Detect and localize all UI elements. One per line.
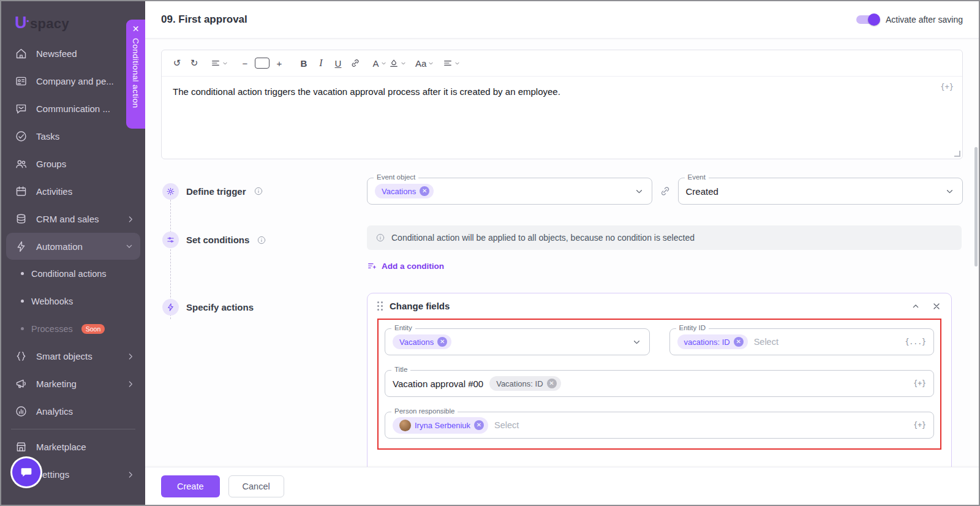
conditions-info-text: Conditional action will be applied to al… [391,233,695,243]
title-field[interactable]: Title Vacation approval #00 Vacations: I… [385,370,934,397]
insert-variable-token[interactable]: {+} [913,421,926,429]
insert-variable-token[interactable]: {+} [913,379,926,388]
title-value: Vacation approval #00 [393,379,483,389]
step-icon-circle [162,183,179,200]
event-object-chip: Vacations ✕ [375,184,434,198]
marketing-icon [15,377,28,390]
sidebar-item-webhooks[interactable]: Webhooks [1,287,145,315]
event-value: Created [686,186,718,197]
collapse-icon[interactable] [911,301,921,311]
sidebar-item-company[interactable]: Company and pe... [1,67,145,95]
text-align-button[interactable] [443,55,461,71]
entity-id-select[interactable]: Entity ID vacations: ID ✕ Select {...} [669,328,935,355]
page-title: 09. First approval [161,13,247,26]
link-icon [350,58,360,68]
uspacy-logo[interactable]: U.spacy [1,1,145,40]
editor-textarea[interactable]: The conditional action triggers the vaca… [162,77,962,159]
chip-remove-icon[interactable]: ✕ [734,337,744,347]
chip-remove-icon[interactable]: ✕ [474,420,484,430]
chevron-down-icon [400,60,407,67]
text-color-button[interactable]: A [372,55,388,71]
person-responsible-select[interactable]: Person responsible Iryna Serbeniuk ✕ Sel… [385,412,934,439]
activate-toggle-label: Activate after saving [886,15,963,25]
sidebar-item-automation[interactable]: Automation [6,233,140,260]
select-placeholder: Select [754,337,778,347]
step-label: Define trigger [186,186,246,197]
company-icon [15,75,28,88]
marketplace-icon [15,440,28,453]
step-icon-circle [162,232,179,248]
annotation-highlight-box: Entity Vacations ✕ Entity ID [377,319,941,450]
sidebar-item-label: CRM and sales [36,214,99,224]
info-icon[interactable] [254,186,263,196]
logo-text: spacy [30,16,69,32]
sidebar-item-groups[interactable]: Groups [1,150,145,178]
highlight-color-button[interactable] [389,55,407,71]
automation-icon [15,240,28,253]
create-button[interactable]: Create [161,475,220,497]
close-icon[interactable]: ✕ [132,25,140,33]
sidebar-item-analytics[interactable]: Analytics [1,398,145,425]
activate-toggle[interactable] [856,15,878,24]
close-icon[interactable] [932,301,941,311]
italic-button[interactable]: I [313,55,329,71]
insert-variable-token[interactable]: {+} [940,83,954,91]
chip-remove-icon[interactable]: ✕ [547,379,557,388]
field-label: Event object [374,173,418,181]
chip-remove-icon[interactable]: ✕ [420,186,429,196]
sidebar-item-marketing[interactable]: Marketing [1,370,145,398]
chevron-down-icon [380,60,387,67]
person-chip: Iryna Serbeniuk ✕ [393,417,488,434]
undo-button[interactable]: ↺ [169,55,185,71]
insert-link-button[interactable] [347,55,363,71]
cancel-button[interactable]: Cancel [228,475,284,497]
card-title: Change fields [390,301,450,311]
sidebar-item-conditional-actions[interactable]: Conditional actions [1,260,145,287]
chevron-down-icon[interactable] [631,337,642,347]
sidebar-item-label: Settings [36,469,69,480]
font-size-decrease-button[interactable]: − [237,55,253,71]
sidebar-item-crm[interactable]: CRM and sales [1,205,145,233]
drag-handle-icon[interactable] [377,301,383,311]
entity-select[interactable]: Entity Vacations ✕ [385,328,650,355]
support-chat-button[interactable] [12,458,40,486]
add-condition-button[interactable]: Add a condition [367,261,444,271]
sidebar-item-communication[interactable]: Communication ... [1,95,145,123]
font-size-box[interactable] [254,55,270,71]
insert-variable-token[interactable]: {...} [905,338,926,346]
event-object-select[interactable]: Event object Vacations ✕ [367,178,652,205]
resize-handle[interactable] [954,151,960,157]
sidebar-item-tasks[interactable]: Tasks [1,123,145,150]
chevron-right-icon [126,352,135,361]
chevron-down-icon [124,241,134,251]
filter-plus-icon [367,261,377,271]
sidebar-item-marketplace[interactable]: Marketplace [1,433,145,461]
define-trigger-row: Define trigger Event object Vacations ✕ [161,178,963,205]
chevron-down-icon[interactable] [944,186,955,197]
entity-chip: Vacations ✕ [393,334,451,349]
info-icon[interactable] [257,235,266,245]
step-specify-actions: Specify actions [161,293,367,315]
conditional-action-ribbon[interactable]: ✕ Conditional action [126,20,145,129]
event-select[interactable]: Event Created [678,178,963,205]
sidebar-item-label: Marketplace [36,442,86,452]
bolt-icon [166,303,175,312]
sidebar-item-newsfeed[interactable]: Newsfeed [1,40,145,67]
sidebar-item-label: Communication ... [36,104,110,114]
chevron-down-icon [454,60,461,67]
chip-remove-icon[interactable]: ✕ [437,337,447,347]
step-icon-circle [162,299,179,315]
paragraph-style-button[interactable] [211,55,228,71]
bold-button[interactable]: B [296,55,312,71]
scrollbar-thumb[interactable] [974,147,978,266]
text-case-button[interactable]: Aa [415,55,434,71]
redo-button[interactable]: ↻ [186,55,202,71]
sidebar-item-smart-objects[interactable]: Smart objects [1,342,145,370]
font-size-increase-button[interactable]: + [271,55,287,71]
link-fields-icon [660,186,671,197]
underline-button[interactable]: U [330,55,346,71]
sidebar: U.spacy Newsfeed Company and pe... Commu… [1,1,145,505]
chevron-down-icon[interactable] [634,186,644,197]
sidebar-item-activities[interactable]: Activities [1,178,145,205]
smart-objects-icon [15,350,28,363]
